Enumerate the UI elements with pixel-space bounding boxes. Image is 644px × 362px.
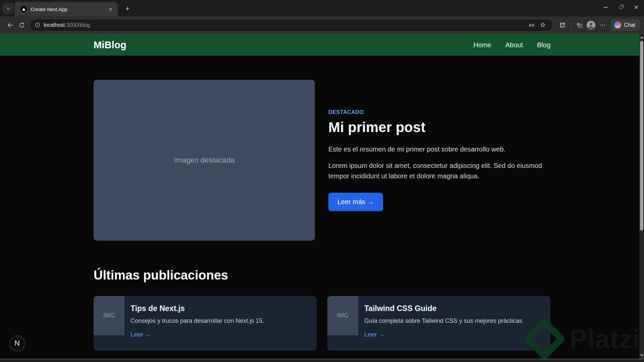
- post-description: Consejos y trucos para desarrollar con N…: [130, 317, 264, 324]
- nextjs-dev-indicator[interactable]: N: [9, 335, 25, 351]
- tab-close-icon[interactable]: ×: [108, 6, 114, 13]
- main-content: Imagen destacada DESTACADO Mi primer pos…: [94, 80, 550, 351]
- new-tab-button[interactable]: +: [122, 3, 133, 14]
- back-button[interactable]: [5, 19, 16, 31]
- vertical-scrollbar[interactable]: [639, 34, 644, 359]
- featured-post-details: DESTACADO Mi primer post Este es el resu…: [328, 109, 550, 211]
- settings-menu-button[interactable]: [597, 19, 608, 31]
- tab-search-button[interactable]: [3, 3, 14, 14]
- favorites-bar-button[interactable]: [574, 19, 585, 31]
- site-brand[interactable]: MiBlog: [94, 40, 126, 51]
- featured-image-label: Imagen destacada: [174, 156, 234, 165]
- post-read-link[interactable]: Leer →: [130, 331, 151, 338]
- read-aloud-icon: [528, 22, 535, 28]
- platzi-watermark-text: Platzi: [570, 324, 640, 354]
- back-arrow-icon: [7, 21, 14, 29]
- featured-summary: Este es el resumen de mi primer post sob…: [328, 145, 550, 153]
- url-text[interactable]: localhost:3000/blog: [44, 22, 90, 28]
- chevron-down-icon: [6, 6, 11, 11]
- post-read-link[interactable]: Leer →: [364, 331, 385, 338]
- minimize-icon: [604, 7, 607, 8]
- toolbar-divider: [571, 21, 571, 29]
- post-card-tailwind[interactable]: IMG Tailwind CSS Guide Guía completa sob…: [327, 296, 550, 351]
- window-bottom-edge: [0, 359, 644, 362]
- post-card-nextjs[interactable]: IMG Tips de Next.js Consejos y trucos pa…: [94, 296, 317, 351]
- copilot-icon: [614, 21, 621, 28]
- post-title: Tips de Next.js: [130, 304, 264, 313]
- avatar-icon: [587, 21, 595, 29]
- page-viewport: MiBlog Home About Blog Imagen destacada …: [0, 34, 644, 359]
- refresh-icon: [18, 22, 25, 28]
- post-title: Tailwind CSS Guide: [364, 304, 524, 313]
- profile-button[interactable]: [585, 19, 597, 31]
- close-button[interactable]: ✕: [629, 0, 644, 15]
- post-image-placeholder: IMG: [327, 296, 358, 335]
- scroll-up-arrow-icon[interactable]: [640, 36, 643, 39]
- copilot-chat-label: Chat: [624, 22, 635, 28]
- featured-title: Mi primer post: [328, 119, 550, 135]
- read-more-button[interactable]: Leer más →: [328, 193, 383, 211]
- nav-link-home[interactable]: Home: [473, 41, 491, 49]
- star-icon: [540, 22, 546, 28]
- post-cards: IMG Tips de Next.js Consejos y trucos pa…: [94, 296, 550, 351]
- featured-image-placeholder: Imagen destacada: [94, 80, 315, 241]
- favorite-button[interactable]: [537, 19, 548, 31]
- site-navbar: MiBlog Home About Blog: [0, 34, 644, 56]
- post-card-body: Tips de Next.js Consejos y trucos para d…: [124, 296, 272, 351]
- platzi-logo-icon: [525, 319, 564, 359]
- url-host: localhost: [44, 22, 65, 28]
- post-description: Guía completa sobre Tailwind CSS y sus m…: [364, 317, 524, 324]
- post-image-placeholder: IMG: [94, 296, 124, 335]
- restore-icon: [619, 6, 623, 9]
- favorites-list-icon: [576, 22, 583, 28]
- featured-body: Lorem ipsum dolor sit amet, consectetur …: [328, 161, 550, 181]
- window-controls: ✕: [598, 0, 644, 15]
- nav-links: Home About Blog: [473, 41, 550, 49]
- browser-toolbar: localhost:3000/blog Chat: [0, 16, 644, 34]
- url-path: :3000/blog: [65, 22, 90, 28]
- latest-posts-heading: Últimas publicaciones: [94, 268, 550, 283]
- scrollbar-thumb[interactable]: [640, 41, 643, 231]
- tab-title: Create Next App: [31, 6, 108, 12]
- scroll-down-arrow-icon[interactable]: [640, 354, 643, 357]
- restore-button[interactable]: [613, 0, 629, 15]
- site-info-icon[interactable]: [35, 22, 40, 28]
- close-icon: ✕: [634, 4, 639, 10]
- browser-tab[interactable]: Create Next App ×: [15, 2, 118, 16]
- ellipsis-icon: [599, 22, 606, 28]
- nav-link-about[interactable]: About: [505, 41, 523, 49]
- nextjs-favicon-icon: [20, 6, 27, 13]
- post-card-body: Tailwind CSS Guide Guía completa sobre T…: [358, 296, 532, 351]
- read-aloud-button[interactable]: [526, 19, 537, 31]
- platzi-watermark: Platzi: [525, 319, 640, 359]
- browser-titlebar: Create Next App × + ✕: [0, 0, 644, 16]
- extensions-button[interactable]: [557, 19, 568, 31]
- refresh-button[interactable]: [16, 19, 28, 31]
- nav-link-blog[interactable]: Blog: [537, 41, 550, 49]
- featured-kicker: DESTACADO: [328, 109, 550, 115]
- featured-post-section: Imagen destacada DESTACADO Mi primer pos…: [94, 80, 550, 241]
- address-bar[interactable]: localhost:3000/blog: [30, 19, 553, 32]
- minimize-button[interactable]: [598, 0, 613, 15]
- puzzle-icon: [559, 22, 566, 28]
- copilot-chat-button[interactable]: Chat: [611, 19, 640, 31]
